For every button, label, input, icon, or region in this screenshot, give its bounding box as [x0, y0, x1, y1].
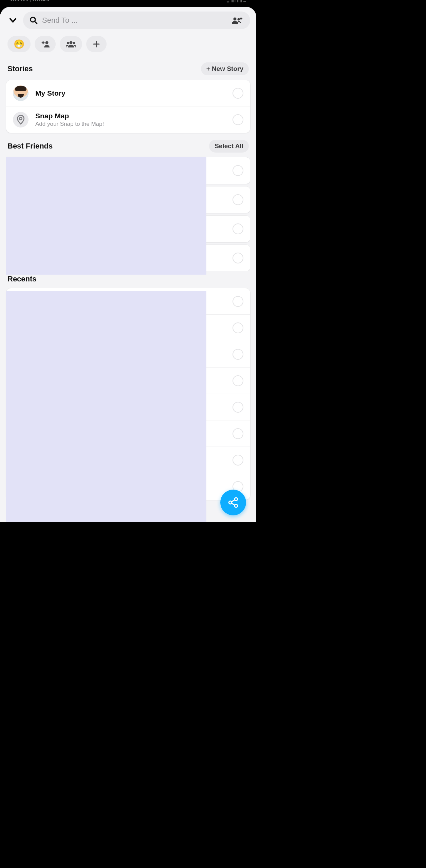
map-pin-icon [16, 115, 25, 125]
section-title-recents: Recents [7, 275, 37, 283]
svg-point-8 [45, 41, 49, 44]
row-subtitle: Add your Snap to the Map! [35, 121, 226, 127]
send-fab[interactable] [220, 490, 246, 515]
select-radio[interactable] [233, 455, 243, 466]
svg-point-9 [70, 41, 73, 44]
filter-best-friends-emoji[interactable]: 😁 [7, 36, 31, 52]
svg-point-17 [235, 505, 238, 508]
story-row-snap-map[interactable]: Snap Map Add your Snap to the Map! [6, 106, 250, 133]
select-all-button[interactable]: Select All [209, 140, 249, 153]
section-title-stories: Stories [7, 64, 33, 73]
share-icon [227, 497, 239, 508]
group-icon [66, 40, 76, 48]
select-radio[interactable] [233, 253, 243, 263]
new-story-button[interactable]: + New Story [201, 62, 249, 75]
chevron-down-icon [8, 16, 18, 25]
add-group-icon [231, 16, 243, 25]
svg-point-16 [229, 501, 232, 504]
svg-point-15 [235, 498, 238, 501]
redaction-overlay [6, 291, 206, 522]
svg-point-11 [73, 42, 75, 44]
section-header-best-friends: Best Friends Select All [6, 140, 250, 153]
section-header-stories: Stories + New Story [6, 62, 250, 75]
status-indicators: ⏚ ııll ııll ⎓ [227, 0, 246, 3]
svg-point-14 [19, 117, 22, 120]
select-radio[interactable] [233, 402, 243, 413]
filter-add[interactable] [86, 36, 107, 52]
select-radio[interactable] [233, 349, 243, 360]
best-friends-wrap [6, 157, 250, 271]
add-friends-button[interactable] [231, 16, 244, 25]
collapse-button[interactable] [6, 14, 20, 27]
row-title: My Story [35, 89, 226, 97]
select-radio[interactable] [233, 88, 243, 99]
svg-line-19 [231, 503, 235, 505]
section-header-recents: Recents [6, 275, 250, 283]
search-icon [29, 16, 38, 25]
avatar-map [13, 112, 29, 127]
select-radio[interactable] [233, 223, 243, 234]
select-radio[interactable] [233, 322, 243, 333]
recents-wrap [6, 288, 250, 500]
select-radio[interactable] [233, 428, 243, 439]
grin-emoji-icon: 😁 [14, 39, 24, 50]
svg-point-10 [67, 42, 69, 44]
redaction-overlay [6, 157, 206, 275]
select-radio[interactable] [233, 296, 243, 307]
status-time-net: 0:00 AM | 9.0KB/s [10, 0, 50, 2]
svg-point-3 [238, 18, 240, 21]
select-radio[interactable] [233, 194, 243, 205]
select-radio[interactable] [233, 375, 243, 386]
search-input[interactable] [42, 16, 227, 25]
top-row [6, 12, 250, 29]
story-row-my-story[interactable]: My Story [6, 80, 250, 106]
filter-add-friend[interactable] [35, 36, 56, 52]
avatar [13, 85, 29, 101]
filter-groups[interactable] [60, 36, 82, 52]
bitmoji-icon [13, 85, 29, 101]
select-radio[interactable] [233, 114, 243, 125]
svg-point-2 [234, 18, 237, 21]
filter-row: 😁 [6, 36, 250, 52]
plus-icon [93, 40, 100, 48]
section-title-best-friends: Best Friends [7, 142, 53, 151]
status-bar: 0:00 AM | 9.0KB/s ⏚ ııll ııll ⎓ [0, 0, 256, 7]
svg-line-18 [231, 500, 235, 502]
search-bar[interactable] [23, 12, 250, 29]
stories-card: My Story Snap Map Add your Snap to the M… [6, 80, 250, 133]
row-title: Snap Map [35, 112, 226, 120]
send-sheet: 😁 Stories + New Story My Story [0, 7, 256, 522]
add-friend-icon [41, 40, 50, 48]
select-radio[interactable] [233, 165, 243, 176]
svg-line-1 [35, 22, 37, 24]
